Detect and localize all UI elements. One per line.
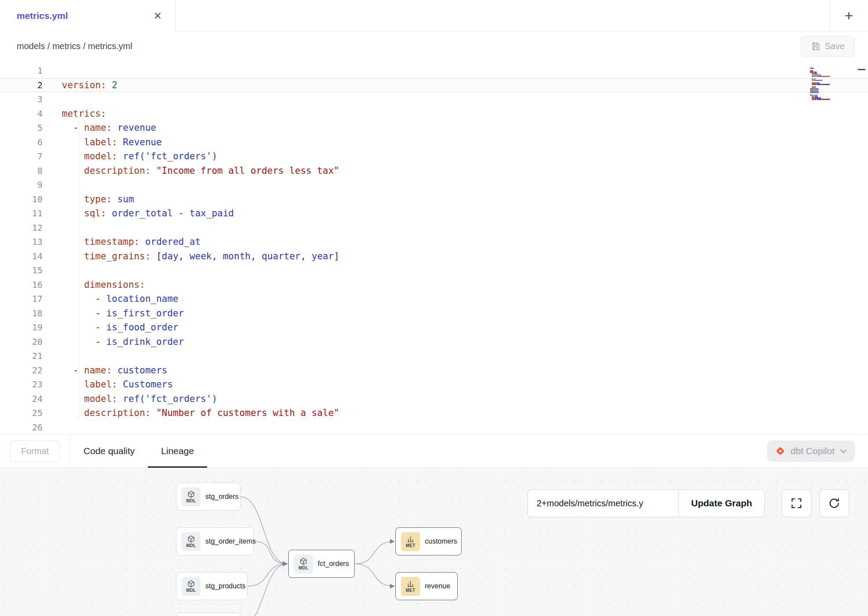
line-number: 13 xyxy=(0,235,43,249)
code-line-21[interactable]: 21 xyxy=(0,349,868,363)
code-line-22[interactable]: 22 - name: customers xyxy=(0,363,868,378)
code-line-13[interactable]: 13 timestamp: ordered_at xyxy=(0,235,868,249)
lineage-node-stg_orders[interactable]: MDLstg_orders xyxy=(176,483,240,511)
lineage-node-stg_products[interactable]: MDLstg_products xyxy=(176,572,247,600)
tab-lineage[interactable]: Lineage xyxy=(148,435,207,467)
breadcrumb: models / metrics / metrics.yml xyxy=(17,41,132,51)
code-line-19[interactable]: 19 - is_food_order xyxy=(0,320,868,335)
metric-icon: MET xyxy=(401,577,420,596)
save-label: Save xyxy=(825,41,845,51)
line-number: 17 xyxy=(0,292,43,306)
format-button[interactable]: Format xyxy=(10,441,60,462)
code-line-16[interactable]: 16 dimensions: xyxy=(0,278,868,292)
line-number: 8 xyxy=(0,164,43,178)
code-line-18[interactable]: 18 - is_first_order xyxy=(0,306,868,321)
code-line-11[interactable]: 11 sql: order_total - tax_paid xyxy=(0,206,868,221)
tab-bar: metrics.yml ✕ + xyxy=(0,0,868,32)
refresh-button[interactable] xyxy=(819,489,849,517)
line-number: 1 xyxy=(0,64,43,78)
line-number: 25 xyxy=(0,406,43,420)
code-line-25[interactable]: 25 description: "Number of customers wit… xyxy=(0,406,868,420)
code-line-3[interactable]: 3 xyxy=(0,92,868,107)
tab-metrics-yml[interactable]: metrics.yml ✕ xyxy=(0,0,176,32)
code-line-10[interactable]: 10 type: sum xyxy=(0,192,868,207)
code-lines: 12version: 234metrics:5 - name: revenue6… xyxy=(0,61,868,434)
fullscreen-icon xyxy=(791,498,802,509)
line-number: 19 xyxy=(0,320,43,335)
line-number: 6 xyxy=(0,135,43,150)
metric-icon: MET xyxy=(401,532,420,551)
line-number: 7 xyxy=(0,149,43,164)
code-line-20[interactable]: 20 - is_drink_order xyxy=(0,335,868,349)
ide-window: metrics.yml ✕ + models / metrics / metri… xyxy=(0,0,868,616)
line-number: 4 xyxy=(0,107,43,121)
line-number: 10 xyxy=(0,192,43,207)
code-line-24[interactable]: 24 model: ref('fct_orders') xyxy=(0,392,868,406)
line-number: 5 xyxy=(0,121,43,135)
dbt-copilot-button[interactable]: dbt Copilot xyxy=(767,441,855,462)
editor-toolbar: Format Code quality Lineage dbt Copilot xyxy=(0,434,868,468)
line-number: 16 xyxy=(0,278,43,292)
model-icon: MDL xyxy=(182,577,201,596)
code-line-15[interactable]: 15 xyxy=(0,263,868,278)
line-number: 11 xyxy=(0,206,43,221)
line-number: 22 xyxy=(0,363,43,378)
update-graph-button[interactable]: Update Graph xyxy=(678,489,765,517)
lineage-node-revenue[interactable]: METrevenue xyxy=(395,572,458,600)
scrollbar-thumb[interactable] xyxy=(858,69,865,70)
node-label: stg_products xyxy=(205,582,246,590)
node-label: revenue xyxy=(425,582,450,590)
code-editor[interactable]: 12version: 234metrics:5 - name: revenue6… xyxy=(0,61,868,434)
code-line-14[interactable]: 14 time_grains: [day, week, month, quart… xyxy=(0,249,868,264)
line-number: 2 xyxy=(0,79,43,92)
save-button[interactable]: Save xyxy=(801,36,855,57)
lineage-selector-input[interactable] xyxy=(527,489,678,517)
code-line-6[interactable]: 6 label: Revenue xyxy=(0,135,868,150)
lineage-controls: Update Graph xyxy=(527,489,765,517)
code-line-2[interactable]: 2version: 2 xyxy=(0,78,868,93)
lineage-canvas[interactable]: Update Graph MDLstg_ordersMDLstg_order_i… xyxy=(0,468,868,616)
code-line-1[interactable]: 1 xyxy=(0,64,868,78)
line-number: 24 xyxy=(0,392,43,406)
file-header-row: models / metrics / metrics.yml Save xyxy=(0,32,868,61)
dbt-logo-icon xyxy=(775,446,786,456)
line-number: 14 xyxy=(0,249,43,264)
code-line-5[interactable]: 5 - name: revenue xyxy=(0,121,868,135)
lineage-node-stg_partial[interactable]: MDL xyxy=(176,612,240,616)
fullscreen-button[interactable] xyxy=(782,489,811,517)
node-label: customers xyxy=(425,537,457,545)
code-line-4[interactable]: 4metrics: xyxy=(0,107,868,121)
code-line-7[interactable]: 7 model: ref('fct_orders') xyxy=(0,149,868,164)
code-line-23[interactable]: 23 label: Customers xyxy=(0,377,868,392)
tab-bar-spacer: + xyxy=(176,0,868,32)
line-number: 26 xyxy=(0,420,43,435)
line-number: 21 xyxy=(0,349,43,363)
minimap[interactable] xyxy=(810,66,833,101)
close-tab-icon[interactable]: ✕ xyxy=(154,11,162,21)
lineage-node-stg_order_items[interactable]: MDLstg_order_items xyxy=(176,527,254,555)
line-number: 15 xyxy=(0,263,43,278)
line-number: 3 xyxy=(0,92,43,107)
code-line-9[interactable]: 9 xyxy=(0,178,868,192)
tab-title: metrics.yml xyxy=(17,11,68,21)
line-number: 12 xyxy=(0,221,43,235)
code-line-17[interactable]: 17 - location_name xyxy=(0,292,868,306)
lineage-node-customers[interactable]: METcustomers xyxy=(395,527,462,555)
lineage-node-fct_orders[interactable]: MDLfct_orders xyxy=(288,550,355,578)
line-number: 20 xyxy=(0,335,43,349)
model-icon: MDL xyxy=(182,532,201,551)
indent-guide xyxy=(79,121,79,420)
tab-code-quality[interactable]: Code quality xyxy=(70,435,148,467)
node-label: stg_order_items xyxy=(205,537,256,545)
line-number: 18 xyxy=(0,306,43,321)
save-icon xyxy=(811,42,820,51)
copilot-label: dbt Copilot xyxy=(791,446,835,456)
model-icon: MDL xyxy=(294,555,313,573)
node-label: fct_orders xyxy=(318,560,349,568)
code-line-26[interactable]: 26 xyxy=(0,420,868,435)
code-line-8[interactable]: 8 description: "Income from all orders l… xyxy=(0,164,868,178)
new-tab-button[interactable]: + xyxy=(829,0,868,31)
model-icon: MDL xyxy=(182,487,201,506)
chevron-down-icon xyxy=(840,449,847,454)
code-line-12[interactable]: 12 xyxy=(0,221,868,235)
